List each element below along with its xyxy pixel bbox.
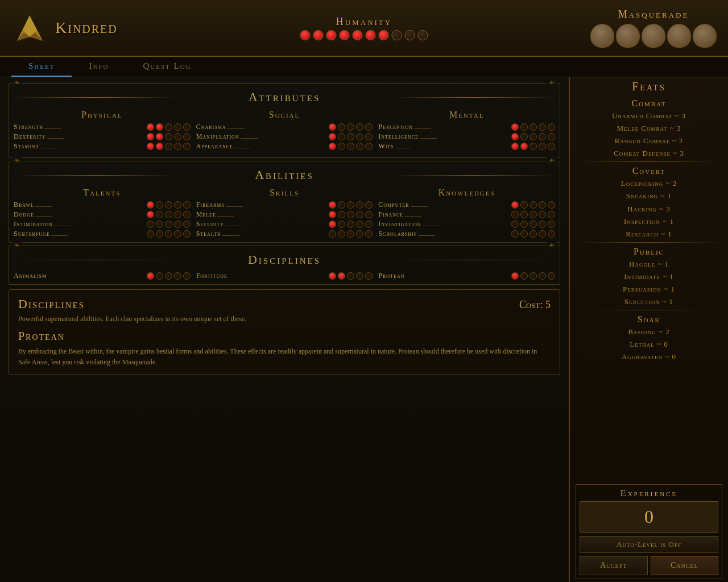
stat-row-charisma[interactable]: Charisma xyxy=(196,123,373,131)
stat-dot-1[interactable] xyxy=(338,230,345,238)
tab-info[interactable]: Info xyxy=(72,57,126,77)
stat-dot-3[interactable] xyxy=(174,133,181,140)
stat-dot-2[interactable] xyxy=(165,211,172,218)
stat-dot-3[interactable] xyxy=(539,230,546,238)
stat-dot-1[interactable] xyxy=(520,133,528,140)
stat-dot-0[interactable] xyxy=(511,201,519,209)
tab-sheet[interactable]: Sheet xyxy=(11,57,72,77)
stat-dot-2[interactable] xyxy=(347,230,354,238)
stat-row-computer[interactable]: Computer xyxy=(378,201,555,209)
stat-dot-0[interactable] xyxy=(147,221,154,228)
stat-dot-3[interactable] xyxy=(539,211,546,218)
stat-dot-0[interactable] xyxy=(329,201,336,209)
stat-dot-1[interactable] xyxy=(156,133,163,140)
discipline-dot-4[interactable] xyxy=(183,272,191,280)
discipline-dot-0[interactable] xyxy=(511,272,519,280)
stat-row-stealth[interactable]: Stealth xyxy=(196,230,373,238)
stat-dot-4[interactable] xyxy=(548,123,555,131)
stat-dot-4[interactable] xyxy=(183,133,191,140)
stat-dot-2[interactable] xyxy=(530,230,537,238)
discipline-dot-0[interactable] xyxy=(147,272,154,280)
stat-dot-2[interactable] xyxy=(347,201,354,209)
discipline-dot-3[interactable] xyxy=(539,272,546,280)
stat-row-subterfuge[interactable]: Subterfuge xyxy=(14,230,191,238)
stat-dot-1[interactable] xyxy=(156,143,163,150)
stat-dot-1[interactable] xyxy=(520,201,528,209)
stat-dot-4[interactable] xyxy=(365,201,373,209)
discipline-dot-2[interactable] xyxy=(165,272,172,280)
stat-row-intelligence[interactable]: Intelligence xyxy=(378,132,555,141)
discipline-dot-1[interactable] xyxy=(520,272,528,280)
stat-row-scholarship[interactable]: Scholarship xyxy=(378,230,555,238)
stat-dot-3[interactable] xyxy=(356,133,363,140)
stat-dot-1[interactable] xyxy=(156,230,163,238)
discipline-dot-2[interactable] xyxy=(347,272,354,280)
stat-dot-3[interactable] xyxy=(356,211,363,218)
stat-dot-2[interactable] xyxy=(530,133,537,140)
stat-row-wits[interactable]: Wits xyxy=(378,142,555,151)
stat-dot-2[interactable] xyxy=(347,143,354,150)
discipline-dot-3[interactable] xyxy=(356,272,363,280)
stat-dot-3[interactable] xyxy=(174,230,181,238)
stat-dot-3[interactable] xyxy=(539,143,546,150)
stat-dot-3[interactable] xyxy=(356,123,363,131)
stat-row-strength[interactable]: Strength xyxy=(14,123,191,131)
stat-dot-2[interactable] xyxy=(530,143,537,150)
stat-dot-0[interactable] xyxy=(329,143,336,150)
stat-dot-0[interactable] xyxy=(511,230,519,238)
stat-dot-4[interactable] xyxy=(365,133,373,140)
discipline-row-animalism[interactable]: Animalism xyxy=(14,272,191,280)
stat-dot-4[interactable] xyxy=(548,221,555,228)
stat-dot-0[interactable] xyxy=(329,211,336,218)
discipline-dot-4[interactable] xyxy=(548,272,555,280)
stat-dot-0[interactable] xyxy=(147,123,154,131)
stat-dot-4[interactable] xyxy=(183,211,191,218)
stat-dot-4[interactable] xyxy=(183,143,191,150)
stat-dot-2[interactable] xyxy=(347,211,354,218)
stat-dot-2[interactable] xyxy=(347,221,354,228)
stat-dot-4[interactable] xyxy=(183,221,191,228)
stat-dot-0[interactable] xyxy=(329,123,336,131)
stat-dot-0[interactable] xyxy=(329,221,336,228)
stat-dot-2[interactable] xyxy=(165,143,172,150)
stat-dot-1[interactable] xyxy=(338,211,345,218)
stat-row-brawl[interactable]: Brawl xyxy=(14,201,191,209)
stat-row-investigation[interactable]: Investigation xyxy=(378,220,555,228)
accept-button[interactable]: Accept xyxy=(580,556,648,575)
stat-dot-4[interactable] xyxy=(365,221,373,228)
stat-dot-0[interactable] xyxy=(511,211,519,218)
stat-dot-0[interactable] xyxy=(511,221,519,228)
stat-dot-4[interactable] xyxy=(548,201,555,209)
stat-dot-4[interactable] xyxy=(548,133,555,140)
stat-dot-2[interactable] xyxy=(347,123,354,131)
stat-dot-3[interactable] xyxy=(539,201,546,209)
cancel-button[interactable]: Cancel xyxy=(651,556,719,575)
stat-dot-4[interactable] xyxy=(365,211,373,218)
stat-row-perception[interactable]: Perception xyxy=(378,123,555,131)
stat-dot-3[interactable] xyxy=(356,201,363,209)
stat-dot-2[interactable] xyxy=(530,201,537,209)
stat-dot-2[interactable] xyxy=(530,211,537,218)
stat-dot-1[interactable] xyxy=(156,211,163,218)
stat-row-firearms[interactable]: Firearms xyxy=(196,201,373,209)
discipline-dot-4[interactable] xyxy=(365,272,373,280)
stat-dot-0[interactable] xyxy=(511,133,519,140)
stat-row-stamina[interactable]: Stamina xyxy=(14,142,191,151)
discipline-dot-1[interactable] xyxy=(338,272,345,280)
stat-dot-2[interactable] xyxy=(165,133,172,140)
stat-row-dodge[interactable]: Dodge xyxy=(14,210,191,219)
discipline-dot-2[interactable] xyxy=(530,272,537,280)
stat-dot-2[interactable] xyxy=(165,123,172,131)
stat-dot-1[interactable] xyxy=(156,201,163,209)
stat-dot-3[interactable] xyxy=(356,143,363,150)
stat-row-melee[interactable]: Melee xyxy=(196,210,373,219)
stat-dot-2[interactable] xyxy=(165,221,172,228)
stat-row-dexterity[interactable]: Dexterity xyxy=(14,132,191,141)
stat-dot-3[interactable] xyxy=(356,221,363,228)
stat-dot-3[interactable] xyxy=(356,230,363,238)
stat-dot-3[interactable] xyxy=(539,133,546,140)
stat-dot-3[interactable] xyxy=(174,221,181,228)
stat-dot-1[interactable] xyxy=(156,221,163,228)
discipline-row-protean[interactable]: Protean xyxy=(378,272,555,280)
stat-dot-0[interactable] xyxy=(147,133,154,140)
